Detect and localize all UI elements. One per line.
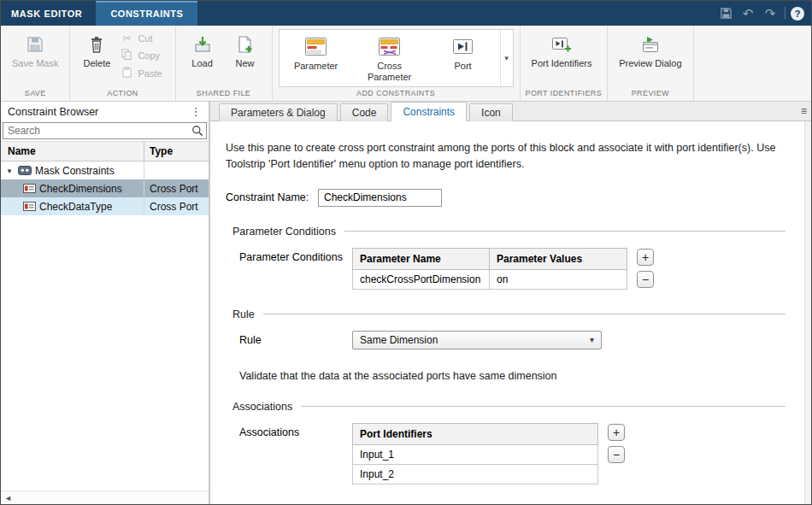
collapse-panel-icon[interactable]: ◄ <box>4 494 12 502</box>
add-constraints-gallery: Parameter Cross Parameter Port <box>279 29 514 87</box>
tree-row-label: Mask Constraints <box>35 165 115 177</box>
load-button[interactable]: Load <box>182 29 223 71</box>
tree-row-checkdatatype[interactable]: CheckDataType Cross Port <box>1 197 209 215</box>
help-icon[interactable]: ? <box>791 7 804 21</box>
editor-tabs: Parameters & Dialog Code Constraints Ico… <box>210 102 811 121</box>
remove-association-button[interactable]: − <box>608 446 625 463</box>
mask-constraints-icon <box>18 166 32 175</box>
add-port-constraint-button[interactable]: Port <box>427 30 500 86</box>
constraints-pane: Use this pane to create cross port const… <box>210 121 811 504</box>
search-icon[interactable] <box>191 125 203 140</box>
constraint-browser-title: Constraint Browser <box>8 106 98 118</box>
cut-button[interactable]: ✂ Cut <box>119 32 168 45</box>
tree-row-mask-constraints[interactable]: ▾ Mask Constraints <box>1 161 209 179</box>
tab-icon[interactable]: Icon <box>469 103 513 121</box>
constraint-name-input[interactable] <box>318 189 442 207</box>
tab-parameters-dialog[interactable]: Parameters & Dialog <box>219 103 338 121</box>
pane-description: Use this pane to create cross port const… <box>226 140 786 173</box>
group-divider <box>263 314 786 314</box>
constraint-browser-header: Constraint Browser ⋮ <box>1 102 209 121</box>
add-association-button[interactable]: + <box>608 424 625 441</box>
tab-code[interactable]: Code <box>340 103 389 121</box>
copy-label: Copy <box>138 50 160 61</box>
group-divider <box>301 406 786 407</box>
save-mask-button[interactable]: Save Mask <box>7 29 63 71</box>
shared-file-group-label: SHARED FILE <box>176 87 272 101</box>
port-identifier-cell[interactable]: Input_1 <box>353 444 598 464</box>
tree-caret-icon[interactable]: ▾ <box>4 167 15 175</box>
associations-label: Associations <box>239 423 352 438</box>
toolstrip-tab-constraints[interactable]: CONSTRAINTS <box>96 1 197 26</box>
app-title: MASK EDITOR <box>1 1 96 26</box>
gallery-dropdown-button[interactable]: ▾ <box>500 30 513 86</box>
rule-dropdown[interactable]: Same Dimension ▾ <box>352 331 602 349</box>
load-icon <box>193 32 212 56</box>
ribbon-filler <box>694 26 811 101</box>
delete-button[interactable]: Delete <box>76 29 117 71</box>
add-cross-parameter-constraint-button[interactable]: Cross Parameter <box>353 30 427 86</box>
browser-menu-icon[interactable]: ⋮ <box>190 105 202 118</box>
titlebar-spacer <box>197 1 715 26</box>
copy-button[interactable]: Copy <box>119 48 168 63</box>
cross-parameter-constraint-icon <box>378 35 401 58</box>
rule-label: Rule <box>239 331 352 346</box>
tree-row-checkdimensions[interactable]: CheckDimensions Cross Port <box>1 179 209 197</box>
quick-save-icon[interactable] <box>715 1 737 26</box>
port-identifiers-group-label: PORT IDENTIFIERS <box>521 87 608 101</box>
tree-row-type: Cross Port <box>144 197 209 215</box>
add-cross-parameter-label: Cross Parameter <box>358 61 421 83</box>
parameter-condition-row[interactable]: checkCrossPortDimension on <box>353 269 627 289</box>
new-label: New <box>236 58 255 69</box>
add-parameter-condition-button[interactable]: + <box>637 249 654 266</box>
search-input[interactable] <box>3 122 207 139</box>
tree-row-type: Cross Port <box>144 179 209 197</box>
clipboard-buttons: ✂ Cut Copy Paste <box>119 29 168 81</box>
rule-group: Rule <box>232 308 786 320</box>
port-identifier-cell[interactable]: Input_2 <box>353 464 598 484</box>
port-identifiers-header: Port Identifiers <box>353 423 598 444</box>
parameter-conditions-body: Parameter Conditions Parameter Name Para… <box>226 248 786 290</box>
preview-dialog-button[interactable]: Preview Dialog <box>614 29 686 71</box>
associations-table: Port Identifiers Input_1 Input_2 <box>352 423 598 484</box>
parameter-constraint-icon <box>304 35 327 58</box>
parameter-value-cell[interactable]: on <box>490 269 627 289</box>
paste-button[interactable]: Paste <box>119 66 168 81</box>
tree-row-type <box>144 161 209 179</box>
tab-overflow-icon[interactable]: ≡ <box>801 105 807 117</box>
vertical-scrollbar[interactable] <box>804 121 811 504</box>
port-identifiers-label: Port Identifiers <box>532 58 592 69</box>
save-group-label: SAVE <box>1 87 69 101</box>
parameter-conditions-label: Parameter Conditions <box>239 248 352 263</box>
cross-port-constraint-icon <box>23 184 36 193</box>
associations-group: Associations <box>232 401 786 413</box>
new-icon <box>236 32 255 56</box>
port-constraint-icon <box>451 35 474 58</box>
preview-dialog-icon <box>639 32 662 56</box>
redo-icon[interactable]: ↷ <box>759 1 781 26</box>
browser-search <box>3 122 207 139</box>
dropdown-caret-icon: ▾ <box>590 335 594 344</box>
port-identifiers-button[interactable]: Port Identifiers <box>527 29 597 71</box>
add-constraints-group-label: ADD CONSTRAINTS <box>273 87 520 101</box>
parameter-conditions-controls: + − <box>637 248 654 288</box>
add-port-label: Port <box>454 61 471 72</box>
toolstrip-ribbon: Save Mask SAVE Delete ✂ Cut <box>1 26 811 102</box>
remove-parameter-condition-button[interactable]: − <box>637 271 654 288</box>
name-column-header[interactable]: Name <box>1 142 144 161</box>
paste-label: Paste <box>138 68 162 79</box>
association-row[interactable]: Input_2 <box>353 464 598 484</box>
ribbon-group-save: Save Mask SAVE <box>1 26 70 101</box>
rule-legend: Rule <box>232 308 263 320</box>
parameter-name-header: Parameter Name <box>353 248 490 269</box>
parameter-values-header: Parameter Values <box>490 248 627 269</box>
ribbon-group-add-constraints: Parameter Cross Parameter Port <box>273 26 521 101</box>
tab-constraints[interactable]: Constraints <box>391 102 467 121</box>
load-label: Load <box>191 58 212 69</box>
association-row[interactable]: Input_1 <box>353 444 598 464</box>
undo-icon[interactable]: ↶ <box>737 1 759 26</box>
add-parameter-constraint-button[interactable]: Parameter <box>279 30 353 86</box>
parameter-name-cell[interactable]: checkCrossPortDimension <box>353 269 490 289</box>
type-column-header[interactable]: Type <box>144 142 209 161</box>
cut-label: Cut <box>138 33 152 44</box>
new-button[interactable]: New <box>225 29 266 71</box>
